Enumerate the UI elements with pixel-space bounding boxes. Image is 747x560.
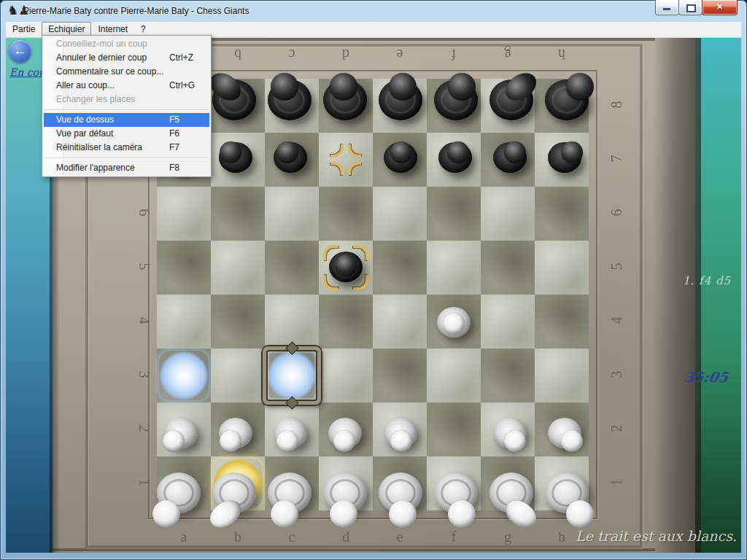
minimize-button[interactable] [655,0,679,15]
close-button[interactable]: ✕ [702,0,738,15]
square-h3[interactable] [535,349,589,402]
piece-head [390,141,412,163]
square-a5[interactable] [157,241,211,295]
piece-white-queen-d1[interactable] [319,456,373,510]
menu-item-label: Vue de dessus [56,114,114,125]
square-c6[interactable] [265,187,319,241]
menubar-item-partie[interactable]: Partie [6,22,42,36]
menu-item-shortcut: F8 [169,161,179,175]
square-g6[interactable] [481,187,535,241]
piece-white-knight-g1[interactable] [481,456,535,510]
piece-black-pawn-d5[interactable] [319,241,373,295]
piece-black-pawn-g7[interactable] [481,133,535,187]
square-e4[interactable] [373,295,427,349]
piece-white-rook-a1[interactable] [157,456,211,510]
move-list: 1. f4 d5 [683,274,735,287]
back-button[interactable]: ← [9,40,31,63]
square-g4[interactable] [481,295,535,349]
piece-white-pawn-g2[interactable] [481,402,535,456]
square-e6[interactable] [373,187,427,241]
square-f3[interactable] [427,349,481,402]
piece-black-pawn-h7[interactable] [535,133,589,187]
piece-black-rook-h8[interactable] [535,79,589,133]
piece-head [276,430,298,452]
piece-head [389,500,417,528]
square-e5[interactable] [373,241,427,295]
menubar-item-help[interactable]: ? [134,22,152,36]
piece-black-bishop-c8[interactable] [265,79,319,133]
menu-item-modifier-l-apparence[interactable]: Modifier l'apparenceF8 [44,161,209,175]
gold-marker-corner [330,144,344,158]
square-f2[interactable] [427,402,481,456]
maximize-button[interactable] [678,0,703,15]
turn-message: Le trait est aux blancs. [576,528,737,544]
square-b4[interactable] [211,295,265,349]
file-label-f-top: f [427,46,481,63]
piece-black-pawn-b7[interactable] [211,133,265,187]
piece-black-knight-g8[interactable] [481,79,535,133]
piece-head [330,73,357,101]
menu-item-vue-de-dessus[interactable]: Vue de dessusF5 [44,113,209,127]
menu-item-vue-par-d-faut[interactable]: Vue par défautF6 [44,127,209,141]
piece-white-pawn-h2[interactable] [535,402,589,456]
square-a4[interactable] [157,295,211,349]
piece-white-pawn-a2[interactable] [157,402,211,456]
menu-item-commentaire-sur-ce-coup[interactable]: Commentaire sur ce coup... [44,65,209,79]
menu-separator [44,106,209,113]
gold-marker-corner [348,144,361,158]
square-d4[interactable] [319,295,373,349]
square-b3[interactable] [211,349,265,402]
piece-black-pawn-f7[interactable] [427,133,481,187]
piece-white-pawn-b2[interactable] [211,402,265,456]
menu-item-annuler-le-dernier-coup[interactable]: Annuler le dernier coupCtrl+Z [44,51,209,65]
square-c5[interactable] [265,241,319,295]
rank-label-3-left: 3 [136,365,152,384]
square-g3[interactable] [481,349,535,402]
piece-white-pawn-e2[interactable] [373,402,427,456]
piece-black-bishop-f8[interactable] [427,79,481,133]
maximize-icon [686,4,696,12]
square-e3[interactable] [373,349,427,402]
menu-item-label: Conseillez-moi un coup [56,39,147,49]
piece-white-knight-b1[interactable] [211,456,265,510]
piece-black-pawn-e7[interactable] [373,133,427,187]
piece-head [333,430,355,452]
square-b6[interactable] [211,187,265,241]
piece-white-pawn-f4[interactable] [427,295,481,349]
square-f6[interactable] [427,187,481,241]
piece-white-bishop-f1[interactable] [427,456,481,510]
menubar-item-internet[interactable]: Internet [91,22,134,36]
square-h4[interactable] [535,295,589,349]
title-bar[interactable]: ♞♟ Pierre-Marie Baty contre Pierre-Marie… [0,0,747,22]
piece-white-king-e1[interactable] [373,456,427,510]
piece-white-bishop-c1[interactable] [265,456,319,510]
cursor-frame [263,346,321,405]
piece-black-queen-d8[interactable] [319,79,373,133]
square-h6[interactable] [535,187,589,241]
square-d6[interactable] [319,187,373,241]
file-label-b-bottom: b [211,529,265,545]
piece-black-pawn-c7[interactable] [265,133,319,187]
menu-item-r-initialiser-la-cam-ra[interactable]: Réinitialiser la caméraF7 [44,141,209,155]
menu-item-shortcut: F5 [169,113,179,127]
square-a6[interactable] [157,187,211,241]
menu-item-aller-au-coup[interactable]: Aller au coup...Ctrl+G [44,79,209,93]
piece-black-king-e8[interactable] [373,79,427,133]
square-g5[interactable] [481,241,535,295]
piece-head [448,500,476,528]
square-d3[interactable] [319,349,373,402]
square-b5[interactable] [211,241,265,295]
file-label-c-bottom: c [265,529,319,545]
square-f5[interactable] [427,241,481,295]
piece-head [447,141,469,163]
square-h5[interactable] [535,241,589,295]
file-label-c-top: c [265,46,319,63]
piece-white-rook-h1[interactable] [535,456,589,510]
piece-black-knight-b8[interactable] [211,79,265,133]
menubar-item-echiquier[interactable]: Echiquier [42,22,91,36]
piece-white-pawn-c2[interactable] [265,402,319,456]
piece-white-pawn-d2[interactable] [319,402,373,456]
piece-head [389,73,417,101]
menu-item-shortcut: F7 [169,141,179,155]
window-controls: ✕ [656,0,738,15]
